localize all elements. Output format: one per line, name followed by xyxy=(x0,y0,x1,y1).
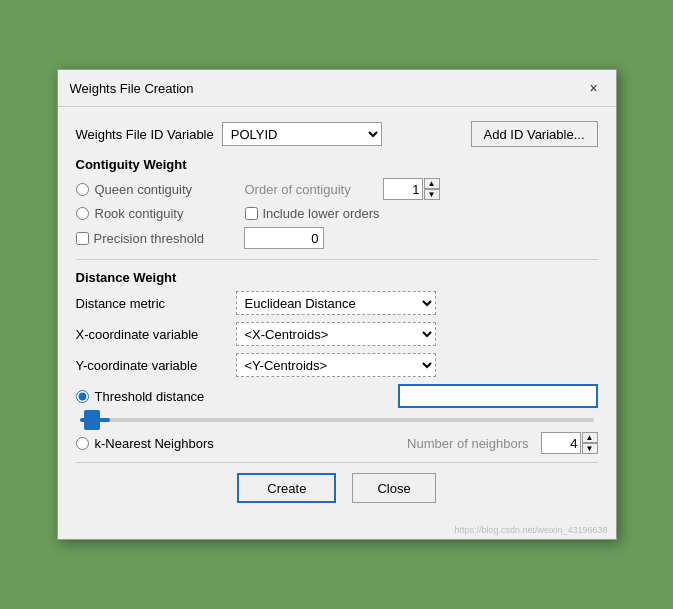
rook-contiguity-row: Rook contiguity Include lower orders xyxy=(76,206,598,221)
rook-contiguity-label: Rook contiguity xyxy=(95,206,225,221)
close-button[interactable]: Close xyxy=(352,473,435,503)
distance-section-title: Distance Weight xyxy=(76,270,598,285)
order-input[interactable]: 1 xyxy=(383,178,423,200)
x-coord-select[interactable]: <X-Centroids> xyxy=(236,322,436,346)
queen-contiguity-radio[interactable] xyxy=(76,183,89,196)
dialog-title: Weights File Creation xyxy=(70,81,194,96)
contiguity-section: Queen contiguity Order of contiguity 1 ▲… xyxy=(76,178,598,249)
threshold-slider-container xyxy=(76,418,598,422)
queen-contiguity-label: Queen contiguity xyxy=(95,182,225,197)
slider-thumb[interactable] xyxy=(84,410,100,430)
threshold-radio[interactable] xyxy=(76,390,89,403)
knn-radio[interactable] xyxy=(76,437,89,450)
include-lower-checkbox[interactable] xyxy=(245,207,258,220)
precision-input[interactable]: 0 xyxy=(244,227,324,249)
x-coord-label: X-coordinate variable xyxy=(76,327,236,342)
knn-spin-up[interactable]: ▲ xyxy=(582,432,598,443)
order-spinbox: 1 ▲ ▼ xyxy=(383,178,440,200)
contiguity-section-title: Contiguity Weight xyxy=(76,157,598,172)
weights-file-dialog: Weights File Creation × Weights File ID … xyxy=(57,69,617,540)
x-coord-row: X-coordinate variable <X-Centroids> xyxy=(76,322,598,346)
knn-label: k-Nearest Neighbors xyxy=(95,436,235,451)
distance-section: Distance metric Euclidean Distance Arc D… xyxy=(76,291,598,454)
precision-row: Precision threshold 0 xyxy=(76,227,598,249)
include-lower-label: Include lower orders xyxy=(263,206,393,221)
knn-spin-down[interactable]: ▼ xyxy=(582,443,598,454)
section-divider xyxy=(76,259,598,260)
precision-checkbox[interactable] xyxy=(76,232,89,245)
title-bar: Weights File Creation × xyxy=(58,70,616,107)
y-coord-row: Y-coordinate variable <Y-Centroids> xyxy=(76,353,598,377)
dialog-content: Weights File ID Variable POLYID Add ID V… xyxy=(58,107,616,523)
create-button[interactable]: Create xyxy=(237,473,336,503)
knn-spinbox: 4 ▲ ▼ xyxy=(541,432,598,454)
include-lower-container: Include lower orders xyxy=(245,206,393,221)
weights-file-label: Weights File ID Variable xyxy=(76,127,214,142)
distance-metric-row: Distance metric Euclidean Distance Arc D… xyxy=(76,291,598,315)
window-close-button[interactable]: × xyxy=(584,78,604,98)
add-id-variable-button[interactable]: Add ID Variable... xyxy=(471,121,598,147)
watermark: https://blog.csdn.net/weixin_43196638 xyxy=(58,523,616,539)
weights-file-id-select[interactable]: POLYID xyxy=(222,122,382,146)
weights-file-row: Weights File ID Variable POLYID Add ID V… xyxy=(76,121,598,147)
button-row: Create Close xyxy=(76,462,598,509)
threshold-input[interactable]: 1003973.436509 xyxy=(398,384,598,408)
order-spin-up[interactable]: ▲ xyxy=(424,178,440,189)
neighbors-input[interactable]: 4 xyxy=(541,432,581,454)
contiguity-order-container: Order of contiguity 1 ▲ ▼ xyxy=(245,178,440,200)
distance-metric-select[interactable]: Euclidean Distance Arc Distance (miles) … xyxy=(236,291,436,315)
order-label: Order of contiguity xyxy=(245,182,375,197)
distance-metric-label: Distance metric xyxy=(76,296,236,311)
threshold-label: Threshold distance xyxy=(95,389,235,404)
knn-row: k-Nearest Neighbors Number of neighbors … xyxy=(76,432,598,454)
precision-label: Precision threshold xyxy=(94,231,234,246)
knn-spin-buttons: ▲ ▼ xyxy=(582,432,598,454)
queen-contiguity-row: Queen contiguity Order of contiguity 1 ▲… xyxy=(76,178,598,200)
slider-track xyxy=(80,418,594,422)
threshold-row: Threshold distance 1003973.436509 xyxy=(76,384,598,408)
neighbors-label: Number of neighbors xyxy=(407,436,528,451)
order-spin-down[interactable]: ▼ xyxy=(424,189,440,200)
y-coord-select[interactable]: <Y-Centroids> xyxy=(236,353,436,377)
rook-contiguity-radio[interactable] xyxy=(76,207,89,220)
y-coord-label: Y-coordinate variable xyxy=(76,358,236,373)
order-spin-buttons: ▲ ▼ xyxy=(424,178,440,200)
